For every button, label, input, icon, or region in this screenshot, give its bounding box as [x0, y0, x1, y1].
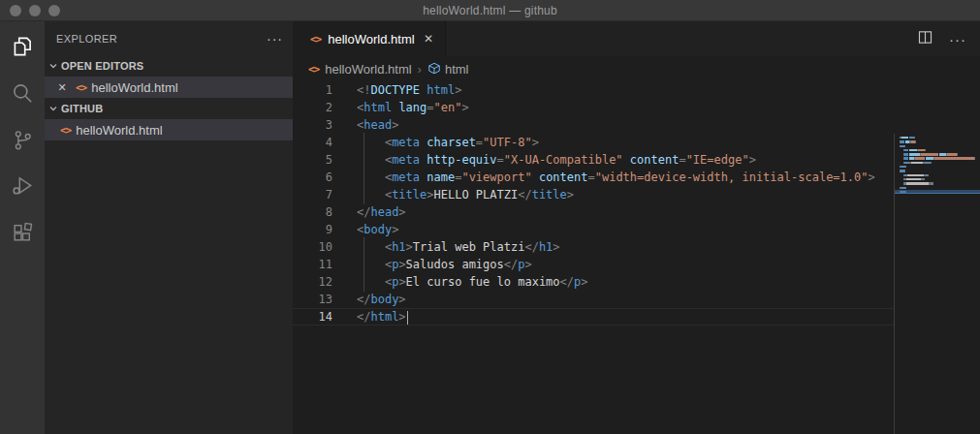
- line-number[interactable]: 10: [293, 240, 332, 254]
- window-title: helloWorld.html — github: [423, 4, 557, 17]
- chevron-down-icon: [48, 104, 58, 113]
- breadcrumb-separator: ›: [418, 62, 422, 77]
- editor-group: <> helloWorld.html ✕ ··· <> helloWorld.h…: [293, 21, 980, 434]
- close-window-button[interactable]: [10, 5, 21, 16]
- section-label: OPEN EDITORS: [61, 60, 143, 72]
- search-icon[interactable]: [0, 70, 45, 116]
- tab-helloworld[interactable]: <> helloWorld.html ✕: [293, 21, 446, 56]
- vscode-window: helloWorld.html — github: [0, 0, 980, 434]
- section-open-editors[interactable]: OPEN EDITORS: [45, 55, 293, 77]
- code-line[interactable]: 13</body>: [293, 291, 894, 308]
- indent-guide: [364, 272, 364, 292]
- open-editor-label: helloWorld.html: [91, 80, 177, 95]
- code-text: </head>: [357, 203, 406, 221]
- line-number[interactable]: 11: [293, 258, 332, 271]
- line-number[interactable]: 14: [293, 310, 332, 324]
- breadcrumb-symbol[interactable]: html: [445, 62, 469, 77]
- title-bar: helloWorld.html — github: [0, 0, 980, 21]
- code-line[interactable]: 5 <meta http-equiv="X-UA-Compatible" con…: [293, 151, 894, 169]
- tab-bar: <> helloWorld.html ✕ ···: [293, 21, 980, 56]
- sidebar-title: EXPLORER: [56, 33, 267, 45]
- minimap[interactable]: [900, 136, 980, 194]
- code-line[interactable]: 7 <title>HELLO PLATZI</title>: [293, 186, 894, 203]
- minimap-current-line: [894, 190, 980, 194]
- html-file-icon: <>: [308, 63, 319, 76]
- symbol-cube-icon: [427, 62, 441, 76]
- breadcrumb-file[interactable]: helloWorld.html: [325, 62, 411, 77]
- code-text: <h1>Trial web Platzi</h1>: [357, 238, 560, 256]
- run-and-debug-icon[interactable]: [0, 163, 45, 209]
- line-number[interactable]: 1: [293, 83, 332, 97]
- code-editor[interactable]: 1<!DOCTYPE html>2<html lang="en">3<head>…: [293, 81, 980, 434]
- code-text: <meta name="viewport" content="width=dev…: [357, 169, 875, 186]
- line-number[interactable]: 4: [293, 136, 332, 149]
- minimap-separator: [894, 134, 895, 434]
- explorer-more-actions-icon[interactable]: ···: [267, 31, 283, 46]
- code-line[interactable]: 8</head>: [293, 203, 894, 221]
- split-editor-icon[interactable]: [917, 29, 933, 49]
- source-control-icon[interactable]: [0, 116, 45, 163]
- code-lines: 1<!DOCTYPE html>2<html lang="en">3<head>…: [293, 81, 894, 326]
- code-text: <meta charset="UTF-8">: [357, 134, 539, 151]
- code-line[interactable]: 9<body>: [293, 221, 894, 238]
- line-number[interactable]: 5: [293, 153, 332, 167]
- line-number[interactable]: 13: [293, 293, 332, 306]
- code-text: <title>HELLO PLATZI</title>: [357, 186, 574, 203]
- line-number[interactable]: 9: [293, 223, 332, 236]
- code-text: <p>El curso fue lo maximo</p>: [357, 273, 587, 291]
- breadcrumb: <> helloWorld.html › html: [293, 56, 980, 81]
- close-editor-icon[interactable]: ✕: [54, 81, 70, 94]
- indent-guide: [364, 255, 364, 274]
- code-text: <body>: [357, 221, 398, 238]
- zoom-window-button[interactable]: [48, 5, 60, 16]
- code-line[interactable]: 14</html>: [293, 308, 894, 326]
- code-text: </html>: [357, 308, 408, 326]
- minimize-window-button[interactable]: [29, 5, 41, 16]
- line-number[interactable]: 8: [293, 205, 332, 219]
- activity-bar: [0, 21, 45, 434]
- chevron-down-icon: [48, 61, 58, 71]
- code-line[interactable]: 3<head>: [293, 116, 894, 134]
- code-text: </body>: [357, 291, 406, 308]
- code-text: <meta http-equiv="X-UA-Compatible" conte…: [357, 151, 756, 169]
- indent-guide: [364, 133, 364, 152]
- indent-guide: [364, 237, 364, 257]
- code-line[interactable]: 2<html lang="en">: [293, 99, 894, 116]
- explorer-icon[interactable]: [0, 23, 45, 70]
- open-editor-item[interactable]: ✕ <> helloWorld.html: [45, 77, 293, 98]
- html-file-icon: <>: [60, 124, 71, 137]
- code-text: <html lang="en">: [357, 99, 469, 116]
- code-line[interactable]: 4 <meta charset="UTF-8">: [293, 134, 894, 151]
- indent-guide: [364, 185, 364, 204]
- line-number[interactable]: 12: [293, 275, 332, 289]
- code-line[interactable]: 6 <meta name="viewport" content="width=d…: [293, 169, 894, 186]
- code-line[interactable]: 1<!DOCTYPE html>: [293, 81, 894, 99]
- line-number[interactable]: 7: [293, 188, 332, 202]
- line-number[interactable]: 3: [293, 118, 332, 132]
- indent-guide: [364, 168, 364, 187]
- file-tree-label: helloWorld.html: [76, 123, 162, 138]
- explorer-sidebar: EXPLORER ··· OPEN EDITORS ✕ <> helloWorl…: [45, 21, 293, 434]
- tab-label: helloWorld.html: [328, 32, 420, 46]
- code-text: <head>: [357, 116, 398, 134]
- close-tab-icon[interactable]: ✕: [420, 30, 437, 47]
- code-text: <p>Saludos amigos</p>: [357, 256, 532, 273]
- html-file-icon: <>: [76, 81, 86, 94]
- extensions-icon[interactable]: [0, 209, 45, 256]
- section-label: GITHUB: [61, 103, 103, 114]
- line-number[interactable]: 2: [293, 101, 332, 114]
- line-number[interactable]: 6: [293, 170, 332, 184]
- traffic-lights: [10, 5, 60, 16]
- indent-guide: [364, 150, 364, 170]
- editor-more-actions-icon[interactable]: ···: [949, 31, 966, 47]
- code-text: <!DOCTYPE html>: [357, 81, 461, 99]
- code-line[interactable]: 11 <p>Saludos amigos</p>: [293, 256, 894, 273]
- file-tree-item[interactable]: <> helloWorld.html: [45, 119, 293, 140]
- code-line[interactable]: 12 <p>El curso fue lo maximo</p>: [293, 273, 894, 291]
- code-line[interactable]: 10 <h1>Trial web Platzi</h1>: [293, 238, 894, 256]
- section-github-folder[interactable]: GITHUB: [45, 98, 293, 119]
- html-file-icon: <>: [310, 33, 321, 46]
- text-cursor: [407, 311, 409, 325]
